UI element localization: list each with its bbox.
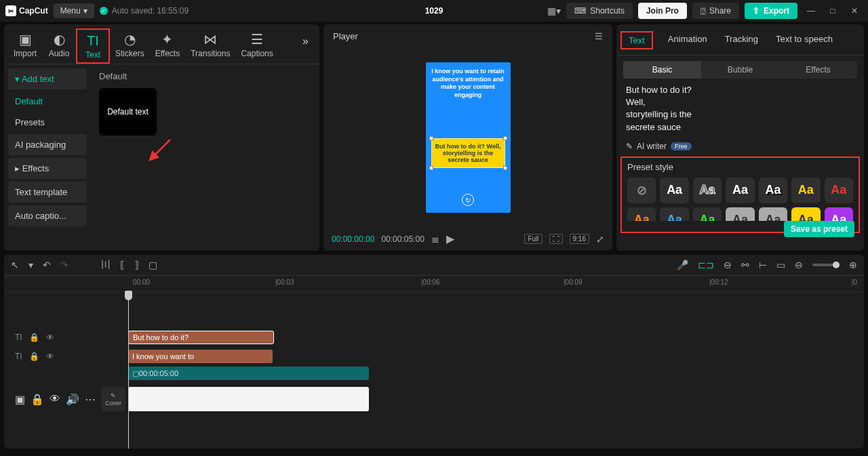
sidebar-auto-captions[interactable]: Auto captio... <box>8 205 87 226</box>
eye-icon[interactable]: 👁 <box>46 352 54 361</box>
inspector-tab-tracking[interactable]: Tracking <box>722 31 761 49</box>
tab-audio[interactable]: ◐Audio <box>42 28 76 61</box>
preview-icon[interactable]: ▭ <box>776 260 785 270</box>
replay-icon[interactable]: ↻ <box>462 194 474 206</box>
pointer-dropdown[interactable]: ▾ <box>28 260 33 270</box>
join-pro-button[interactable]: Join Pro <box>638 3 687 19</box>
preset-red[interactable]: Aa <box>825 178 853 203</box>
lock-icon[interactable]: 🔒 <box>31 393 44 406</box>
inspector-tab-tts[interactable]: Text to speech <box>773 31 835 49</box>
more-icon[interactable]: ⋯ <box>85 393 96 406</box>
text-layer-1[interactable]: I know you want to retain audience's att… <box>430 68 507 100</box>
inspector-tab-text[interactable]: Text <box>620 31 653 49</box>
resize-handle[interactable] <box>503 136 507 140</box>
canvas[interactable]: I know you want to retain audience's att… <box>426 62 511 213</box>
minimize-button[interactable]: — <box>803 3 819 19</box>
sidebar-ai-packaging[interactable]: AI packaging <box>8 134 87 155</box>
resize-handle[interactable] <box>429 166 433 170</box>
ai-writer-button[interactable]: ✎ AI writer Free <box>626 142 854 151</box>
export-button[interactable]: ⇧Export <box>745 3 797 19</box>
resize-handle[interactable] <box>429 136 433 140</box>
pointer-tool[interactable]: ↖ <box>11 260 19 270</box>
preset-none[interactable]: ⊘ <box>627 178 656 203</box>
delete-tool[interactable]: ▢ <box>149 260 157 270</box>
trim-right-tool[interactable]: ⟧ <box>134 260 139 270</box>
text-layer-2-selected[interactable]: But how to do it? Well, storytelling is … <box>431 138 505 168</box>
sidebar-add-text[interactable]: ▾ Add text <box>8 68 87 89</box>
player-menu-icon[interactable]: ☰ <box>595 31 603 41</box>
preset-ybox[interactable]: Aa <box>791 207 820 221</box>
preset-grey1[interactable]: Aa <box>726 207 754 221</box>
subtab-basic[interactable]: Basic <box>623 61 701 79</box>
preview-area[interactable]: I know you want to retain audience's att… <box>323 48 612 227</box>
zoom-in-icon[interactable]: ⊕ <box>849 260 857 270</box>
lock-icon[interactable]: 🔒 <box>29 352 39 361</box>
subtab-bubble[interactable]: Bubble <box>701 61 779 79</box>
preset-bold[interactable]: Aa <box>726 178 754 203</box>
preset-shadow[interactable]: Aa <box>759 178 787 203</box>
sidebar-default[interactable]: Default <box>8 92 87 110</box>
more-tabs-button[interactable]: » <box>296 28 315 54</box>
inspector-tab-animation[interactable]: Animation <box>665 31 710 49</box>
mute-icon[interactable]: 🔊 <box>66 393 79 406</box>
share-button[interactable]: ⍰Share <box>692 3 739 19</box>
video-clip-header[interactable]: ▢ 00:00:05:00 <box>128 367 369 380</box>
preset-outline[interactable]: Aa <box>693 178 722 203</box>
tab-text[interactable]: TIText <box>76 28 110 64</box>
lock-icon[interactable]: 🔒 <box>29 333 39 342</box>
eye-icon[interactable]: 👁 <box>50 393 60 405</box>
default-text-thumb[interactable]: Default text <box>99 88 157 136</box>
preset-grey2[interactable]: Aa <box>759 207 787 221</box>
magnet-icon[interactable]: ⊏⊐ <box>698 260 714 270</box>
tab-stickers[interactable]: ◔Stickers <box>110 28 150 61</box>
resize-handle[interactable] <box>503 166 507 170</box>
sidebar-effects[interactable]: ▸ Effects <box>8 158 87 179</box>
close-button[interactable]: ✕ <box>846 3 863 19</box>
content-header: Default <box>99 71 311 81</box>
text-clip-1[interactable]: But how to do it? <box>128 331 274 344</box>
split-tool[interactable]: 〣 <box>101 259 111 271</box>
sidebar-text-template[interactable]: Text template <box>8 182 87 203</box>
tab-import[interactable]: ▣Import <box>8 28 42 61</box>
cover-button[interactable]: ✎Cover <box>101 387 125 411</box>
trim-left-tool[interactable]: ⟦ <box>120 260 125 270</box>
save-as-preset-button[interactable]: Save as preset <box>784 221 854 237</box>
media-panel: ▣Import ◐Audio TIText ◔Stickers ✦Effects… <box>4 24 319 251</box>
tab-transitions[interactable]: ⋈Transitions <box>185 28 235 61</box>
preset-blue[interactable]: Aa <box>660 207 688 221</box>
tab-effects[interactable]: ✦Effects <box>150 28 185 61</box>
preset-orange[interactable]: Aa <box>627 207 656 221</box>
preset-purple[interactable]: Aa <box>825 207 853 221</box>
zoom-slider[interactable] <box>812 264 840 266</box>
preset-green[interactable]: Aa <box>693 207 722 221</box>
preset-yellow[interactable]: Aa <box>791 178 820 203</box>
eye-icon[interactable]: 👁 <box>46 333 54 342</box>
tab-captions[interactable]: ☰Captions <box>235 28 278 61</box>
preset-white[interactable]: Aa <box>660 178 688 203</box>
playhead[interactable] <box>128 292 129 449</box>
chain-icon[interactable]: ⚯ <box>741 260 749 270</box>
full-button[interactable]: Full <box>524 234 542 244</box>
link-icon[interactable]: ⊖ <box>724 260 732 270</box>
crop-icon[interactable]: ⛶ <box>549 234 563 244</box>
shortcuts-button[interactable]: ⌨Shortcuts <box>566 3 633 19</box>
mic-icon[interactable]: 🎤 <box>677 260 688 270</box>
maximize-button[interactable]: □ <box>825 3 841 19</box>
tracks-area[interactable]: TI🔒👁 But how to do it? TI🔒👁 I know you w… <box>4 292 864 449</box>
sidebar-presets[interactable]: Presets <box>8 113 87 131</box>
subtab-effects[interactable]: Effects <box>779 61 857 79</box>
zoom-out-icon[interactable]: ⊖ <box>795 260 803 270</box>
video-clip[interactable] <box>128 387 369 411</box>
menu-button[interactable]: Menu▾ <box>54 3 94 18</box>
text-clip-2[interactable]: I know you want to <box>128 350 273 363</box>
redo-button[interactable]: ↷ <box>60 260 68 270</box>
ratio-button[interactable]: 9:16 <box>570 234 589 244</box>
text-input-area[interactable]: But how to do it? Well, storytelling is … <box>616 79 864 139</box>
layout-icon[interactable]: ▦▾ <box>547 5 561 16</box>
play-button[interactable]: ▶ <box>446 232 454 245</box>
align-icon[interactable]: ⊢ <box>759 260 767 270</box>
undo-button[interactable]: ↶ <box>43 260 51 270</box>
list-icon[interactable]: ≣ <box>431 234 439 245</box>
fullscreen-icon[interactable]: ⤢ <box>596 234 604 245</box>
timeline-ruler[interactable]: 00:00 |00:03 |00:06 |00:09 |00:12 |0 <box>4 276 864 292</box>
